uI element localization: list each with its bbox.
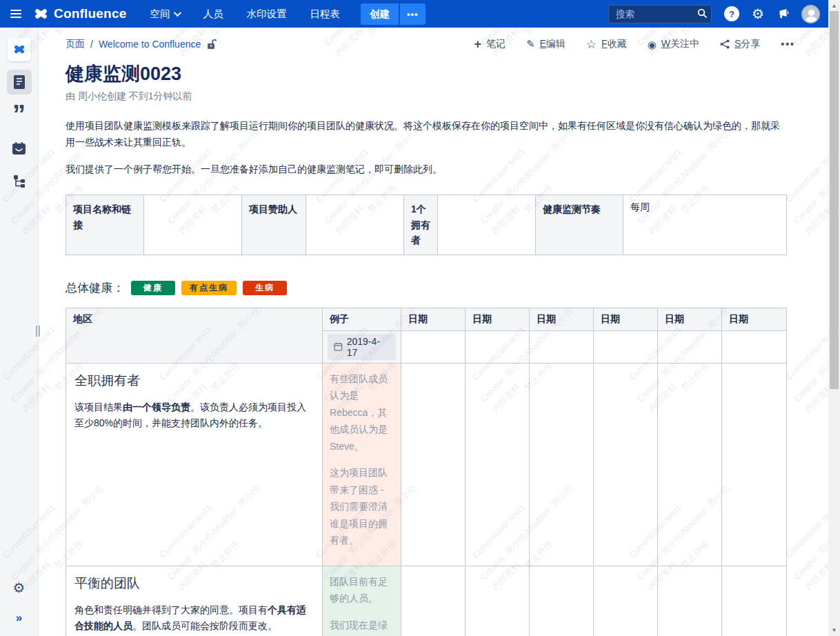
space-logo[interactable] — [8, 38, 31, 61]
date-cell[interactable] — [658, 363, 722, 566]
star-icon: ☆ — [586, 39, 597, 50]
date-lozenge[interactable]: 2019-4-17 — [328, 334, 396, 360]
sidebar-resize-grip[interactable] — [36, 326, 40, 337]
date-cell[interactable] — [530, 330, 594, 363]
status-badge-healthy: 健康 — [131, 281, 175, 295]
plus-icon: + — [474, 38, 481, 50]
health-monitor-table: 地区 例子 日期 日期 日期 日期 日期 日期 2019-4-17 — [66, 308, 787, 636]
overall-health-label: 总体健康： — [66, 280, 124, 296]
date-cell[interactable] — [401, 363, 466, 566]
date-cell[interactable] — [401, 330, 466, 363]
region-heading: 平衡的团队 — [74, 575, 314, 593]
info-value-project-name[interactable] — [144, 195, 242, 255]
sidebar-bottom: ⚙ » — [13, 579, 26, 636]
date-cell[interactable] — [658, 566, 722, 636]
info-value-sponsor[interactable] — [306, 195, 404, 255]
nav-item-spaces[interactable]: 空间 — [150, 8, 179, 21]
date-cell[interactable] — [722, 363, 787, 566]
date-cell[interactable] — [594, 330, 658, 363]
sidebar-item-hierarchy[interactable] — [7, 169, 32, 194]
date-cell[interactable] — [594, 363, 658, 566]
create-more-button[interactable]: ••• — [400, 3, 426, 25]
announcement-megaphone-icon[interactable] — [777, 8, 789, 19]
edit-button[interactable]: ✎ E编辑 — [526, 38, 566, 50]
create-button[interactable]: 创建 — [361, 3, 399, 25]
settings-gear-icon[interactable]: ⚙ — [752, 7, 764, 21]
scroll-up-arrow-icon[interactable]: ▲ — [828, 3, 840, 9]
info-header-sponsor: 项目赞助人 — [242, 195, 306, 255]
page-actions: + 笔记 ✎ E编辑 ☆ F收藏 ◉ W关注中 S分享 ••• — [474, 38, 795, 50]
pencil-icon: ✎ — [526, 38, 535, 50]
date-cell[interactable] — [658, 330, 722, 363]
user-avatar[interactable] — [801, 5, 820, 23]
chevron-down-icon — [174, 9, 181, 17]
info-value-cadence[interactable]: 每周 — [623, 195, 787, 255]
search-icon[interactable] — [697, 8, 707, 18]
confluence-logo[interactable]: Confluence — [33, 6, 126, 21]
example-cell-fulltime-owner: 有些团队成员认为是Rebecca，其他成员认为是Steve。 这为项目团队带来了… — [323, 363, 401, 566]
info-header-project-name: 项目名称和链接 — [66, 195, 144, 255]
add-note-button[interactable]: + 笔记 — [474, 38, 506, 50]
brand-name: Confluence — [54, 6, 126, 21]
region-cell-balanced-team: 平衡的团队 角色和责任明确并得到了大家的同意。项目有个具有适合技能的人员。团队成… — [66, 566, 323, 636]
help-icon[interactable]: ? — [724, 6, 739, 21]
favorite-button[interactable]: ☆ F收藏 — [586, 38, 627, 50]
date-cell[interactable] — [530, 363, 594, 566]
sidebar-item-blog[interactable]: ” — [7, 103, 32, 128]
page-toolbar: 页面 / Welcome to Confluence + 笔记 ✎ E编辑 ☆ … — [66, 38, 795, 50]
intro-paragraph-2: 我们提供了一个例子帮您开始。一旦您准备好添加自己的健康监测笔记，即可删除此列。 — [66, 161, 786, 178]
sidebar-expand-icon[interactable]: » — [16, 611, 22, 625]
calendar-small-icon — [334, 342, 343, 351]
date-cell[interactable] — [401, 566, 466, 636]
search-input[interactable] — [608, 5, 712, 23]
space-settings-gear-icon[interactable]: ⚙ — [13, 579, 26, 596]
nav-item-watermark-settings[interactable]: 水印设置 — [246, 8, 286, 21]
region-cell-fulltime-owner: 全职拥有者 该项目结果由一个领导负责。该负责人必须为项目投入至少80%的时间，并… — [66, 363, 323, 566]
info-value-owner[interactable] — [438, 195, 536, 255]
scrollbar-thumb[interactable] — [830, 11, 839, 389]
col-header-date-6: 日期 — [722, 308, 787, 330]
unlocked-padlock-icon[interactable] — [206, 39, 217, 50]
date-cell[interactable] — [722, 330, 787, 363]
top-navbar: Confluence 空间 人员 水印设置 日程表 创建 ••• ? ⚙ — [0, 0, 828, 28]
create-button-group: 创建 ••• — [361, 3, 426, 25]
nav-item-calendar[interactable]: 日程表 — [310, 8, 340, 21]
pages-icon — [13, 74, 26, 90]
vertical-scrollbar[interactable]: ▲ ▼ — [828, 0, 840, 636]
nav-item-people[interactable]: 人员 — [203, 8, 223, 21]
watching-eye-icon: ◉ — [648, 39, 657, 50]
app-menu-icon[interactable] — [3, 0, 29, 28]
more-actions-button[interactable]: ••• — [781, 39, 795, 50]
share-button[interactable]: S分享 — [720, 38, 760, 50]
info-header-owner: 1个拥有者 — [404, 195, 438, 255]
col-header-date-2: 日期 — [466, 308, 530, 330]
date-cell[interactable] — [722, 566, 787, 636]
calendar-icon — [12, 142, 26, 155]
info-header-cadence: 健康监测节奏 — [536, 195, 623, 255]
example-date-cell: 2019-4-17 — [323, 330, 401, 363]
page-byline: 由 周小伦创建 不到1分钟以前 — [66, 90, 828, 103]
date-cell[interactable] — [594, 566, 658, 636]
col-header-date-1: 日期 — [401, 308, 466, 330]
breadcrumb-pages-link[interactable]: 页面 — [66, 38, 85, 50]
date-cell[interactable] — [466, 566, 530, 636]
table-row: 全职拥有者 该项目结果由一个领导负责。该负责人必须为项目投入至少80%的时间，并… — [66, 363, 787, 566]
sidebar-item-calendar[interactable] — [7, 136, 32, 161]
confluence-mark-icon — [33, 6, 48, 21]
status-badge-sick: 生病 — [243, 281, 287, 295]
watch-button[interactable]: ◉ W关注中 — [648, 38, 699, 50]
page-title: 健康监测0023 — [66, 61, 828, 86]
date-cell[interactable] — [466, 363, 530, 566]
date-cell[interactable] — [530, 566, 594, 636]
page-content: 页面 / Welcome to Confluence + 笔记 ✎ E编辑 ☆ … — [39, 28, 828, 636]
sidebar-item-pages[interactable] — [7, 70, 32, 95]
breadcrumb-space-link[interactable]: Welcome to Confluence — [99, 39, 201, 50]
breadcrumb-separator: / — [90, 39, 93, 50]
col-header-date-4: 日期 — [594, 308, 658, 330]
scroll-down-arrow-icon[interactable]: ▼ — [828, 627, 840, 633]
date-cell[interactable] — [466, 330, 530, 363]
col-header-region: 地区 — [66, 308, 323, 363]
tree-icon — [13, 175, 26, 188]
breadcrumb: 页面 / Welcome to Confluence — [66, 38, 217, 50]
col-header-example: 例子 — [323, 308, 401, 330]
